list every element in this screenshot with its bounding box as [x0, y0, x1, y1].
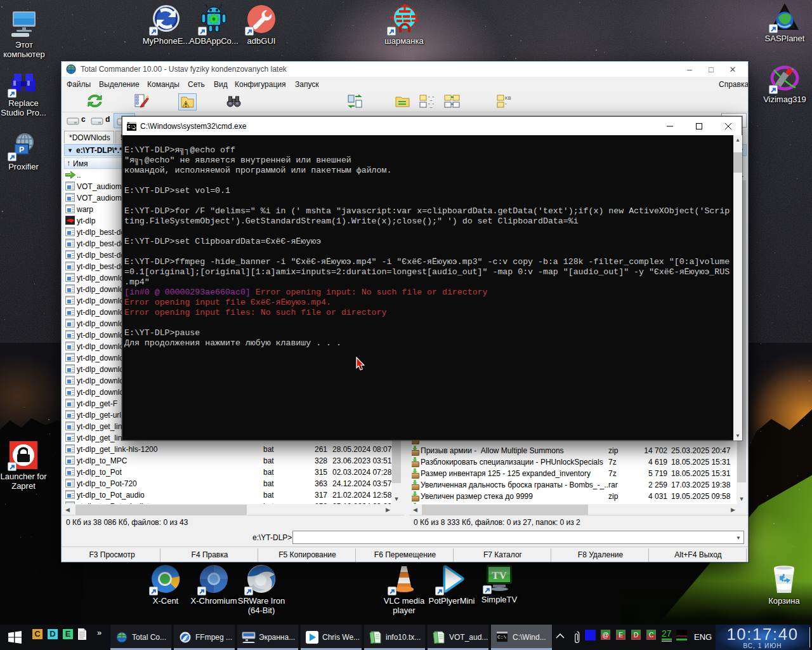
svg-text:": ": [505, 103, 507, 107]
svg-text:P: P: [19, 145, 24, 154]
svg-text:"_": "_": [428, 96, 434, 101]
svg-text:KB: KB: [505, 96, 511, 100]
svg-text:C:\: C:\: [497, 634, 507, 640]
svg-text:"_": "_": [428, 103, 434, 108]
svg-text:TV: TV: [492, 569, 507, 581]
